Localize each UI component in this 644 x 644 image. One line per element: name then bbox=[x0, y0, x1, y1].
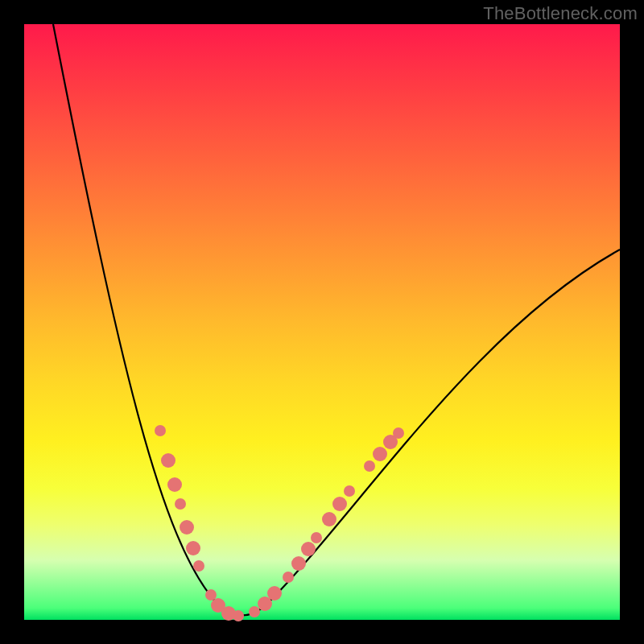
curve-marker bbox=[233, 610, 244, 621]
plot-area bbox=[24, 24, 620, 620]
curve-marker bbox=[186, 541, 200, 555]
curve-marker bbox=[267, 586, 282, 601]
curve-marker bbox=[332, 497, 347, 511]
curve-marker bbox=[301, 542, 316, 556]
curve-marker bbox=[373, 447, 387, 461]
curve-marker bbox=[155, 425, 166, 436]
curve-markers bbox=[155, 425, 404, 621]
curve-marker bbox=[364, 460, 375, 472]
watermark-text: TheBottleneck.com bbox=[483, 3, 638, 24]
curve-marker bbox=[393, 427, 404, 439]
curve-marker bbox=[291, 556, 306, 571]
curve-marker bbox=[283, 572, 294, 583]
curve-marker bbox=[205, 589, 217, 601]
curve-marker bbox=[193, 560, 204, 572]
curve-marker bbox=[249, 606, 260, 617]
curve-marker bbox=[180, 520, 194, 535]
bottleneck-curve-path bbox=[53, 24, 620, 616]
curve-marker bbox=[311, 532, 322, 543]
curve-marker bbox=[167, 477, 182, 492]
curve-marker bbox=[161, 453, 175, 468]
curve-marker bbox=[175, 498, 186, 510]
curve-svg bbox=[24, 24, 620, 620]
curve-marker bbox=[322, 512, 336, 526]
chart-frame: TheBottleneck.com bbox=[0, 0, 644, 644]
curve-marker bbox=[344, 485, 355, 497]
